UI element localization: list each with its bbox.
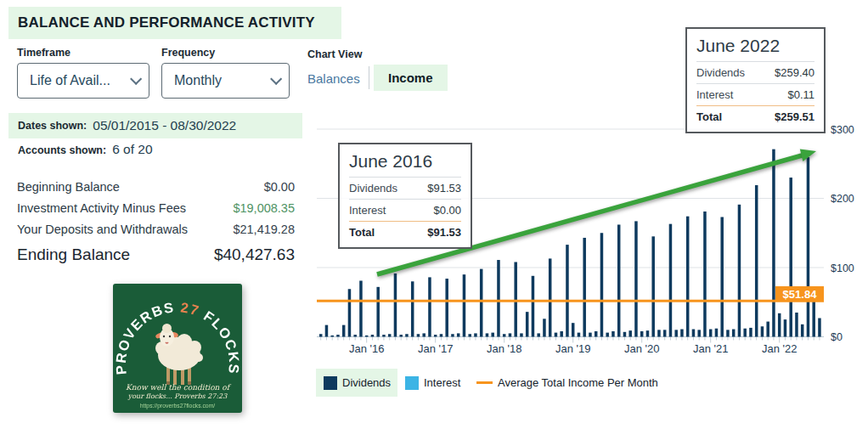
dividend-bar[interactable] <box>457 333 460 336</box>
dividend-bar[interactable] <box>697 330 701 336</box>
dividend-bar[interactable] <box>394 274 397 337</box>
dividend-bar[interactable] <box>560 331 563 337</box>
legend-item-dividends[interactable]: Dividends <box>316 369 397 397</box>
dividend-bar[interactable] <box>709 330 713 337</box>
dividend-bar[interactable] <box>543 319 546 336</box>
dividend-bar[interactable] <box>623 332 627 337</box>
dividend-bar[interactable] <box>348 289 352 336</box>
dividend-bar[interactable] <box>807 157 810 336</box>
x-axis-label: Jan '20 <box>624 342 660 355</box>
dividend-bar[interactable] <box>595 331 598 337</box>
legend-label: Interest <box>424 376 460 389</box>
dividend-bar[interactable] <box>606 333 609 337</box>
dividend-bar[interactable] <box>778 313 781 337</box>
dividend-bar[interactable] <box>376 287 380 337</box>
dividend-bar[interactable] <box>755 185 758 336</box>
y-axis-label: $300 <box>831 124 854 136</box>
dividend-bar[interactable] <box>703 212 707 337</box>
dividend-bar[interactable] <box>818 318 821 336</box>
dividend-bar[interactable] <box>359 280 363 336</box>
dividend-bar[interactable] <box>365 336 369 337</box>
dividend-bar[interactable] <box>646 330 650 336</box>
dividend-bar[interactable] <box>680 330 684 337</box>
dividend-bar[interactable] <box>399 335 403 336</box>
dividend-bar[interactable] <box>422 333 426 336</box>
dividend-bar[interactable] <box>549 258 552 336</box>
dividend-bar[interactable] <box>382 335 386 336</box>
dividend-bar[interactable] <box>692 330 696 337</box>
dividend-bar[interactable] <box>566 245 569 336</box>
dividend-bar[interactable] <box>612 331 615 337</box>
dividend-bar[interactable] <box>342 325 346 337</box>
dividend-bar[interactable] <box>486 333 489 336</box>
legend-item-interest[interactable]: Interest <box>405 369 460 397</box>
dividend-bar[interactable] <box>440 334 443 336</box>
dividend-bar[interactable] <box>474 333 477 336</box>
dividend-bar[interactable] <box>537 333 540 336</box>
dividend-bar[interactable] <box>497 260 500 336</box>
dividend-bar[interactable] <box>445 279 448 336</box>
dividend-bar[interactable] <box>330 336 334 337</box>
dividend-bar[interactable] <box>726 330 730 336</box>
dividend-bar[interactable] <box>812 301 815 336</box>
dividend-bar[interactable] <box>463 274 466 336</box>
dividend-bar[interactable] <box>583 238 586 337</box>
legend-label: Average Total Income Per Month <box>498 376 658 389</box>
dividend-bar[interactable] <box>480 269 483 337</box>
tooltip-total-value: $91.53 <box>427 226 461 239</box>
dividend-bar[interactable] <box>772 149 775 337</box>
dividend-bar[interactable] <box>634 221 638 336</box>
dividend-bar[interactable] <box>514 262 517 336</box>
dividend-bar[interactable] <box>801 324 804 337</box>
dividend-bar[interactable] <box>468 334 471 336</box>
dividend-bar[interactable] <box>388 334 392 336</box>
dividend-bar[interactable] <box>720 217 724 337</box>
dividend-bar[interactable] <box>532 276 535 337</box>
dividend-bar[interactable] <box>319 334 323 336</box>
dividend-bar[interactable] <box>572 323 575 336</box>
legend-item-average[interactable]: Average Total Income Per Month <box>476 369 658 397</box>
dividend-bar[interactable] <box>336 335 340 336</box>
tooltip-row-dividends: Dividends $91.53 <box>349 177 461 199</box>
dividend-bar[interactable] <box>789 178 792 336</box>
dividend-bar[interactable] <box>589 333 592 337</box>
dividend-bar[interactable] <box>743 329 747 337</box>
dividend-bar[interactable] <box>738 205 741 337</box>
dividend-bar[interactable] <box>451 334 454 336</box>
dividend-bar[interactable] <box>417 334 420 336</box>
dividend-bar[interactable] <box>353 335 357 336</box>
dividend-bar[interactable] <box>669 224 673 337</box>
dividend-bar[interactable] <box>732 330 736 337</box>
dividend-bar[interactable] <box>651 236 655 336</box>
dividend-bar[interactable] <box>434 335 437 336</box>
dividend-bar[interactable] <box>520 333 523 336</box>
dividend-bar[interactable] <box>628 330 632 336</box>
tooltip-total-label: Total <box>696 110 722 123</box>
tooltip-total-label: Total <box>349 226 375 239</box>
dividend-bar[interactable] <box>784 319 787 336</box>
dividend-bar[interactable] <box>674 330 678 336</box>
dividend-bar[interactable] <box>766 322 769 337</box>
dividend-bar[interactable] <box>405 334 409 336</box>
dividend-bar[interactable] <box>715 329 719 337</box>
dividend-bar[interactable] <box>663 330 667 336</box>
dividend-bar[interactable] <box>749 328 752 337</box>
dividend-bar[interactable] <box>600 233 604 336</box>
dividend-bar[interactable] <box>617 224 621 336</box>
dividend-bar[interactable] <box>371 335 375 336</box>
dividend-bar[interactable] <box>578 333 581 337</box>
dividend-bar[interactable] <box>686 217 690 337</box>
dividend-bar[interactable] <box>657 330 661 336</box>
dividend-bar[interactable] <box>503 334 506 336</box>
dividend-bar[interactable] <box>509 333 512 336</box>
dividend-bar[interactable] <box>428 277 431 336</box>
dividend-bar[interactable] <box>411 281 414 336</box>
dividend-bar[interactable] <box>761 326 764 336</box>
dividend-bar[interactable] <box>325 325 329 337</box>
dividend-bar[interactable] <box>555 333 558 337</box>
dividend-bar[interactable] <box>526 312 529 336</box>
tooltip-row-value: $0.11 <box>787 88 814 101</box>
dividend-bar[interactable] <box>640 331 644 337</box>
dividend-bar[interactable] <box>795 313 798 337</box>
dividend-bar[interactable] <box>491 333 494 337</box>
